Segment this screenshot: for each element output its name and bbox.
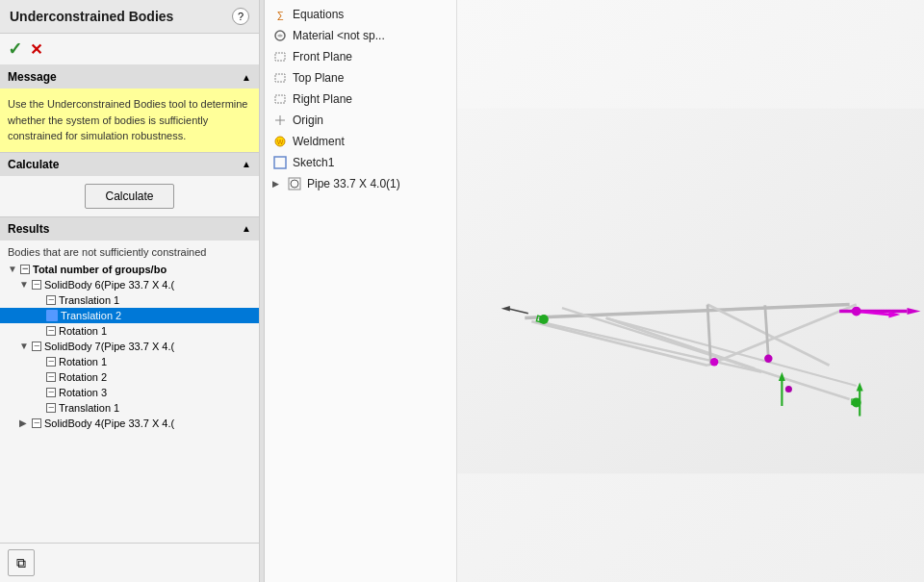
- material-icon: [272, 28, 288, 43]
- results-section: Results ▲ Bodies that are not sufficient…: [0, 217, 259, 544]
- tree-label-r1-sb7: Rotation 1: [59, 356, 107, 367]
- tree-label-root: Total number of groups/bo: [33, 264, 167, 275]
- calculate-chevron-icon: ▲: [242, 159, 251, 169]
- results-chevron-icon: ▲: [242, 223, 251, 234]
- ft-item-topplane[interactable]: Top Plane: [265, 67, 456, 89]
- message-text: Use the Underconstrained Bodies tool to …: [0, 89, 259, 152]
- ft-label-rightplane: Right Plane: [293, 92, 352, 106]
- tree-icon-sb7: [32, 342, 41, 351]
- feature-tree: ∑ Equations Material <not sp... Front Pl…: [265, 0, 457, 582]
- tree-item-solidbody6[interactable]: ▼ SolidBody 6(Pipe 33.7 X 4.(: [0, 277, 259, 292]
- tree-label-r2-sb7: Rotation 2: [59, 371, 107, 383]
- message-section-label: Message: [8, 70, 57, 84]
- message-section: Message ▲ Use the Underconstrained Bodie…: [0, 65, 259, 153]
- panel-footer: ⧉: [0, 543, 259, 582]
- results-section-header[interactable]: Results ▲: [0, 217, 259, 240]
- tree-icon-t1-sb6: [46, 295, 56, 305]
- expand-icon-sb7: ▼: [19, 341, 29, 351]
- tree-label-sb4: SolidBody 4(Pipe 33.7 X 4.(: [44, 418, 174, 429]
- expand-icon-sb6: ▼: [19, 279, 29, 290]
- svg-point-27: [710, 358, 718, 366]
- ft-item-material[interactable]: Material <not sp...: [265, 25, 456, 46]
- ft-item-pipe[interactable]: ▶ Pipe 33.7 X 4.0(1): [265, 173, 456, 194]
- svg-rect-1: [275, 53, 285, 61]
- tree-container[interactable]: ▼ Total number of groups/bo ▼ SolidBody …: [0, 260, 259, 544]
- tree-label-r1-sb6: Rotation 1: [59, 325, 107, 337]
- ft-label-weldment: Weldment: [293, 135, 345, 148]
- cancel-icon[interactable]: ✕: [30, 40, 42, 59]
- tree-item-rotation1-sb7[interactable]: Rotation 1: [0, 354, 259, 369]
- svg-rect-8: [274, 157, 286, 168]
- ft-label-equations: Equations: [293, 8, 344, 21]
- calculate-button[interactable]: Calculate: [85, 184, 173, 209]
- tree-label-t1-sb7: Translation 1: [59, 402, 119, 414]
- pipe-icon: [287, 176, 302, 191]
- calculate-section-label: Calculate: [8, 158, 59, 171]
- tree-item-translation1-sb7[interactable]: Translation 1: [0, 400, 259, 416]
- tree-item-translation2-sb6[interactable]: Translation 2: [0, 308, 259, 323]
- ft-label-material: Material <not sp...: [293, 29, 385, 42]
- message-section-header[interactable]: Message ▲: [0, 65, 259, 89]
- tree-icon-r3-sb7: [46, 388, 56, 397]
- svg-rect-2: [275, 74, 285, 82]
- svg-point-10: [291, 180, 298, 188]
- tree-icon-t2-sb6: [46, 310, 58, 321]
- tree-label-t2-sb6: Translation 2: [61, 310, 121, 321]
- results-body-label: Bodies that are not sufficiently constra…: [0, 240, 259, 260]
- tree-root: ▼ Total number of groups/bo ▼ SolidBody …: [0, 260, 259, 433]
- tree-item-root[interactable]: ▼ Total number of groups/bo: [0, 262, 259, 277]
- origin-icon: [272, 113, 288, 128]
- ft-item-sketch1[interactable]: Sketch1: [265, 152, 456, 173]
- svg-rect-11: [457, 109, 924, 474]
- ft-item-weldment[interactable]: W Weldment: [265, 131, 456, 152]
- tree-label-sb7: SolidBody 7(Pipe 33.7 X 4.(: [44, 341, 174, 352]
- panel-title: Underconstrained Bodies: [10, 9, 173, 24]
- tree-icon-sb4: [32, 418, 41, 428]
- right-section: ∑ Equations Material <not sp... Front Pl…: [260, 0, 924, 582]
- tree-item-solidbody4[interactable]: ▶ SolidBody 4(Pipe 33.7 X 4.(: [0, 416, 259, 431]
- tree-item-rotation1-sb6[interactable]: Rotation 1: [0, 323, 259, 339]
- message-chevron-icon: ▲: [242, 72, 251, 83]
- action-row: ✓ ✕: [0, 34, 259, 65]
- calculate-section: Calculate ▲ Calculate: [0, 153, 259, 217]
- top-plane-icon: [272, 70, 288, 86]
- ft-label-frontplane: Front Plane: [293, 50, 352, 63]
- tree-label-t1-sb6: Translation 1: [59, 294, 119, 306]
- help-icon[interactable]: ?: [232, 8, 249, 25]
- ft-label-topplane: Top Plane: [293, 71, 344, 85]
- ft-item-origin[interactable]: Origin: [265, 110, 456, 131]
- svg-point-28: [764, 355, 772, 363]
- panel-header: Underconstrained Bodies ?: [0, 0, 259, 34]
- results-section-label: Results: [8, 222, 49, 236]
- ft-item-rightplane[interactable]: Right Plane: [265, 89, 456, 110]
- ft-label-sketch1: Sketch1: [293, 156, 334, 169]
- weldment-icon: W: [272, 134, 288, 149]
- tree-item-solidbody7[interactable]: ▼ SolidBody 7(Pipe 33.7 X 4.(: [0, 339, 259, 354]
- ft-label-origin: Origin: [293, 114, 323, 127]
- tree-item-translation1-sb6[interactable]: Translation 1: [0, 292, 259, 308]
- tree-icon-r1-sb7: [46, 357, 56, 367]
- viewport[interactable]: [457, 0, 924, 582]
- front-plane-icon: [272, 49, 288, 64]
- tree-icon-r1-sb6: [46, 326, 56, 336]
- tree-icon-root: [20, 265, 30, 274]
- copy-button[interactable]: ⧉: [8, 549, 35, 576]
- equations-icon: ∑: [272, 7, 288, 22]
- viewport-svg: [457, 0, 924, 582]
- tree-icon-r2-sb7: [46, 372, 56, 382]
- svg-point-29: [785, 386, 792, 392]
- pipe-expand-icon: ▶: [272, 179, 282, 189]
- calculate-section-body: Calculate: [0, 176, 259, 216]
- tree-icon-sb6: [32, 280, 41, 290]
- ft-item-equations[interactable]: ∑ Equations: [265, 4, 456, 25]
- svg-rect-3: [275, 95, 285, 103]
- ft-item-frontplane[interactable]: Front Plane: [265, 46, 456, 67]
- calculate-section-header[interactable]: Calculate ▲: [0, 153, 259, 176]
- tree-item-rotation3-sb7[interactable]: Rotation 3: [0, 385, 259, 400]
- tree-label-r3-sb7: Rotation 3: [59, 387, 107, 398]
- ft-label-pipe: Pipe 33.7 X 4.0(1): [307, 177, 400, 190]
- tree-item-rotation2-sb7[interactable]: Rotation 2: [0, 369, 259, 385]
- confirm-icon[interactable]: ✓: [8, 38, 22, 60]
- expand-icon-sb4: ▶: [19, 418, 29, 428]
- right-plane-icon: [272, 91, 288, 107]
